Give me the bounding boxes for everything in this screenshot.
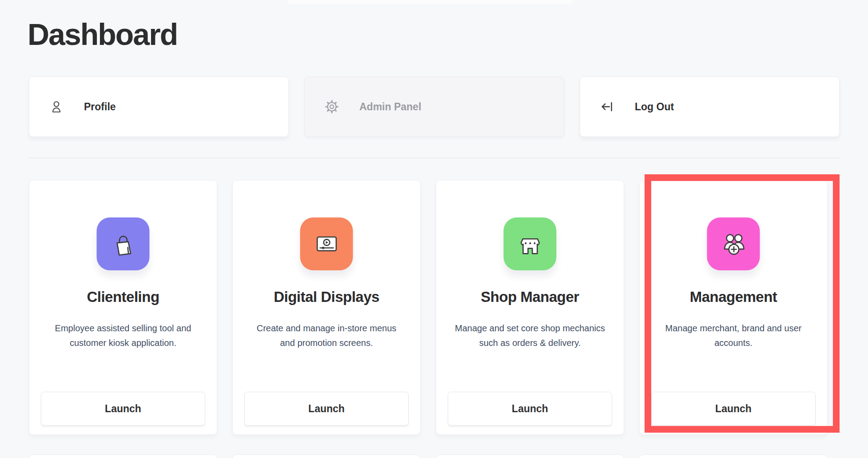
launch-button-shop-manager[interactable]: Launch xyxy=(448,392,612,426)
app-description: Manage and set core shop mechanics such … xyxy=(454,321,607,350)
gear-icon xyxy=(325,100,339,114)
log-out-label: Log Out xyxy=(635,101,674,113)
app-title: Digital Displays xyxy=(233,289,420,305)
launch-button-clienteling[interactable]: Launch xyxy=(41,392,205,426)
management-tile xyxy=(707,217,760,270)
app-description: Create and manage in-store menus and pro… xyxy=(250,321,403,350)
app-title: Shop Manager xyxy=(436,289,624,305)
next-row-card xyxy=(639,454,828,458)
page-title: Dashboard xyxy=(28,17,177,52)
dashboard-page: { "page_title": "Dashboard", "actions": … xyxy=(0,0,868,458)
app-title: Management xyxy=(640,289,827,305)
app-description: Manage merchant, brand and user accounts… xyxy=(657,321,810,350)
profile-label: Profile xyxy=(84,101,116,113)
shopping-bag-icon xyxy=(109,230,137,258)
digital-displays-tile xyxy=(300,217,353,270)
app-card-clienteling: Clienteling Employee assisted selling to… xyxy=(29,180,217,435)
section-divider xyxy=(29,158,840,158)
app-card-digital-displays: Digital Displays Create and manage in-st… xyxy=(232,180,421,435)
app-title: Clienteling xyxy=(29,289,217,305)
next-row-card xyxy=(436,454,624,458)
app-card-shop-manager: Shop Manager Manage and set core shop me… xyxy=(436,180,624,435)
next-row-card xyxy=(29,454,217,458)
log-out-button[interactable]: Log Out xyxy=(580,76,840,137)
video-player-icon xyxy=(312,230,341,258)
profile-button[interactable]: Profile xyxy=(29,76,289,137)
launch-button-management[interactable]: Launch xyxy=(651,392,816,426)
storefront-icon xyxy=(516,230,544,258)
launch-button-digital-displays[interactable]: Launch xyxy=(244,392,409,426)
header-actions-row: Profile Admin Panel xyxy=(29,76,840,137)
app-description: Employee assisted selling tool and custo… xyxy=(47,321,200,350)
shop-manager-tile xyxy=(504,217,557,270)
logout-icon xyxy=(600,100,614,114)
admin-panel-label: Admin Panel xyxy=(359,101,421,113)
admin-panel-button[interactable]: Admin Panel xyxy=(304,76,564,137)
app-cards-row: Clienteling Employee assisted selling to… xyxy=(29,180,840,435)
top-window-strip xyxy=(287,0,573,4)
clienteling-tile xyxy=(97,217,150,270)
next-row-card xyxy=(232,454,421,458)
users-plus-icon xyxy=(719,230,748,258)
app-card-management: Management Manage merchant, brand and us… xyxy=(639,180,828,435)
person-icon xyxy=(49,100,64,114)
